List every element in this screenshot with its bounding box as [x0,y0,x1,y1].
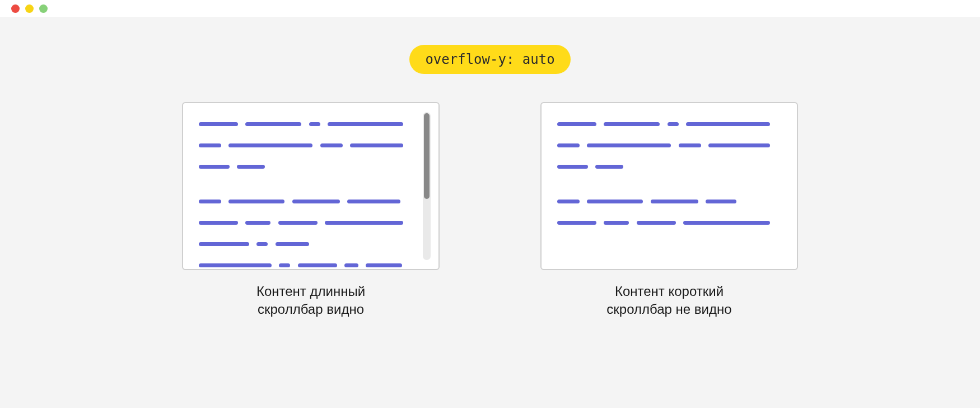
caption-line: скроллбар видно [258,302,364,317]
example-long-content: Контент длинный скроллбар видно [182,102,440,319]
caption-line: скроллбар не видно [606,302,731,317]
minimize-icon[interactable] [25,4,34,13]
window-title-bar [0,0,980,17]
scrollbar-track[interactable] [423,112,431,260]
examples-row: Контент длинный скроллбар видно [182,102,798,319]
placeholder-text-lines [199,119,414,270]
caption-short: Контент короткий скроллбар не видно [606,282,731,319]
caption-line: Контент короткий [615,284,724,299]
maximize-icon[interactable] [39,4,48,13]
caption-line: Контент длинный [256,284,365,299]
close-icon[interactable] [11,4,20,13]
example-short-content: Контент короткий скроллбар не видно [540,102,798,319]
caption-long: Контент длинный скроллбар видно [256,282,365,319]
css-property-pill: overflow-y: auto [409,45,570,74]
content-box-no-scroll [540,102,798,270]
scrollbar-thumb[interactable] [424,113,430,199]
placeholder-text-lines [557,119,781,239]
diagram-canvas: overflow-y: auto [0,17,980,408]
content-box-with-scroll [182,102,440,270]
